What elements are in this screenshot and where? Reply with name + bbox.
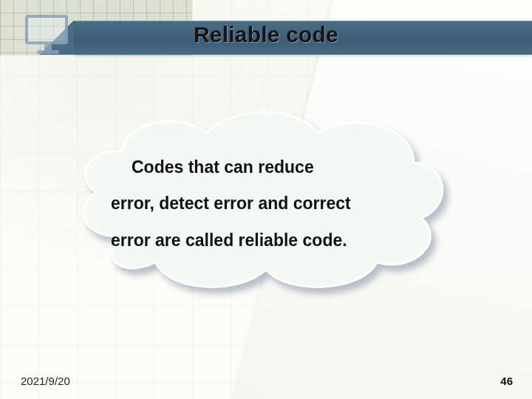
slide-title: Reliable code	[0, 22, 532, 47]
cloud-text: Codes that can reduce error, detect erro…	[111, 149, 421, 259]
cloud-callout: Codes that can reduce error, detect erro…	[66, 103, 451, 296]
footer-page-number: 46	[500, 375, 513, 387]
cloud-line-2: error, detect error and correct	[111, 194, 351, 213]
cloud-line-3: error are called reliable code.	[111, 231, 347, 250]
cloud-line-1: Codes that can reduce	[111, 149, 421, 185]
footer-date: 2021/9/20	[21, 375, 70, 387]
